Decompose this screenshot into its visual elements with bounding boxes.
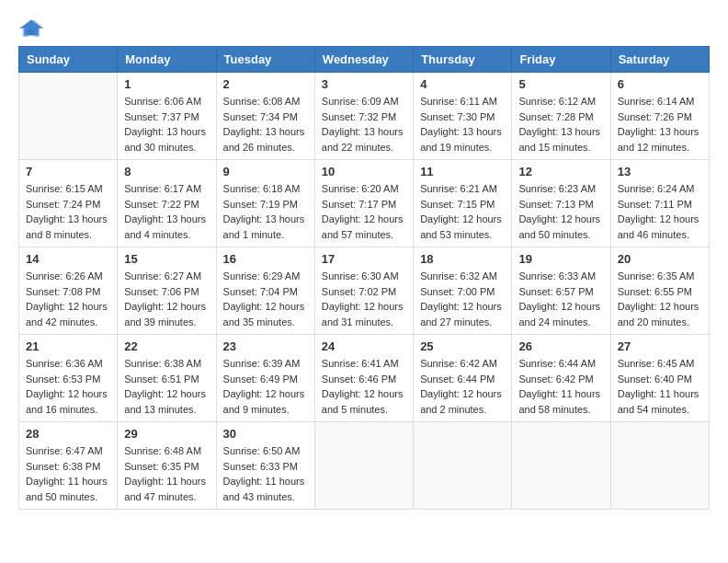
sunrise-time: Sunrise: 6:50 AM <box>223 443 308 459</box>
day-info: Sunrise: 6:29 AMSunset: 7:04 PMDaylight:… <box>223 269 308 329</box>
day-info: Sunrise: 6:48 AMSunset: 6:35 PMDaylight:… <box>124 443 209 504</box>
day-number: 5 <box>518 77 603 91</box>
day-info: Sunrise: 6:08 AMSunset: 7:34 PMDaylight:… <box>223 94 308 155</box>
calendar-cell: 6Sunrise: 6:14 AMSunset: 7:26 PMDaylight… <box>610 73 709 160</box>
sunrise-time: Sunrise: 6:38 AM <box>124 356 209 372</box>
day-number: 9 <box>223 165 308 178</box>
calendar-cell <box>414 422 512 510</box>
calendar-cell: 17Sunrise: 6:30 AMSunset: 7:02 PMDayligh… <box>314 247 413 335</box>
sunset-time: Sunset: 7:02 PM <box>322 284 406 300</box>
day-info: Sunrise: 6:41 AMSunset: 6:46 PMDaylight:… <box>322 356 406 417</box>
day-number: 26 <box>518 339 603 353</box>
sunset-time: Sunset: 6:55 PM <box>618 284 702 300</box>
day-number: 24 <box>322 339 406 353</box>
sunrise-time: Sunrise: 6:15 AM <box>26 181 110 197</box>
calendar-table: Sunday Monday Tuesday Wednesday Thursday… <box>18 46 710 510</box>
daylight-hours: Daylight: 11 hours <box>26 474 110 489</box>
calendar-cell: 5Sunrise: 6:12 AMSunset: 7:28 PMDaylight… <box>512 73 610 160</box>
sunset-time: Sunset: 7:04 PM <box>223 284 308 300</box>
daylight-minutes: and 35 minutes. <box>223 315 308 330</box>
calendar-cell: 4Sunrise: 6:11 AMSunset: 7:30 PMDaylight… <box>414 73 512 160</box>
sunset-time: Sunset: 6:44 PM <box>420 372 505 387</box>
calendar-cell: 2Sunrise: 6:08 AMSunset: 7:34 PMDaylight… <box>216 73 314 160</box>
sunrise-time: Sunrise: 6:09 AM <box>322 94 406 109</box>
logo-icon <box>18 18 44 37</box>
daylight-minutes: and 50 minutes. <box>26 489 110 505</box>
sunrise-time: Sunrise: 6:47 AM <box>26 443 110 459</box>
daylight-minutes: and 57 minutes. <box>322 227 406 243</box>
day-number: 20 <box>618 252 702 266</box>
daylight-minutes: and 2 minutes. <box>420 402 505 418</box>
daylight-minutes: and 19 minutes. <box>420 140 505 155</box>
daylight-hours: Daylight: 12 hours <box>322 386 406 402</box>
calendar-cell: 14Sunrise: 6:26 AMSunset: 7:08 PMDayligh… <box>19 247 118 335</box>
daylight-hours: Daylight: 12 hours <box>124 299 209 315</box>
daylight-minutes: and 15 minutes. <box>518 140 603 155</box>
day-info: Sunrise: 6:47 AMSunset: 6:38 PMDaylight:… <box>26 443 110 504</box>
day-number: 2 <box>223 77 308 91</box>
daylight-hours: Daylight: 13 hours <box>518 124 603 140</box>
daylight-hours: Daylight: 11 hours <box>618 386 702 402</box>
daylight-minutes: and 13 minutes. <box>124 402 209 418</box>
calendar-cell: 28Sunrise: 6:47 AMSunset: 6:38 PMDayligh… <box>19 422 118 510</box>
calendar-cell: 3Sunrise: 6:09 AMSunset: 7:32 PMDaylight… <box>314 73 413 160</box>
daylight-hours: Daylight: 11 hours <box>223 474 308 489</box>
sunrise-time: Sunrise: 6:17 AM <box>124 181 209 197</box>
calendar-cell: 19Sunrise: 6:33 AMSunset: 6:57 PMDayligh… <box>512 247 610 335</box>
sunrise-time: Sunrise: 6:27 AM <box>124 269 209 284</box>
day-number: 29 <box>124 427 209 441</box>
header-tuesday: Tuesday <box>216 47 314 73</box>
daylight-hours: Daylight: 13 hours <box>124 124 209 140</box>
calendar-cell: 11Sunrise: 6:21 AMSunset: 7:15 PMDayligh… <box>414 160 512 247</box>
sunset-time: Sunset: 6:33 PM <box>223 459 308 475</box>
day-info: Sunrise: 6:11 AMSunset: 7:30 PMDaylight:… <box>420 94 505 155</box>
daylight-hours: Daylight: 12 hours <box>618 212 702 227</box>
daylight-minutes: and 30 minutes. <box>124 140 209 155</box>
daylight-minutes: and 27 minutes. <box>420 315 505 330</box>
day-number: 8 <box>124 165 209 178</box>
sunrise-time: Sunrise: 6:26 AM <box>26 269 110 284</box>
header-saturday: Saturday <box>610 47 709 73</box>
daylight-hours: Daylight: 13 hours <box>223 124 308 140</box>
daylight-minutes: and 39 minutes. <box>124 315 209 330</box>
sunrise-time: Sunrise: 6:44 AM <box>518 356 603 372</box>
day-info: Sunrise: 6:17 AMSunset: 7:22 PMDaylight:… <box>124 181 209 242</box>
sunset-time: Sunset: 7:30 PM <box>420 109 505 125</box>
daylight-hours: Daylight: 12 hours <box>322 212 406 227</box>
daylight-minutes: and 1 minute. <box>223 227 308 243</box>
calendar-cell: 9Sunrise: 6:18 AMSunset: 7:19 PMDaylight… <box>216 160 314 247</box>
daylight-hours: Daylight: 13 hours <box>420 124 505 140</box>
header-friday: Friday <box>512 47 610 73</box>
day-info: Sunrise: 6:14 AMSunset: 7:26 PMDaylight:… <box>618 94 702 155</box>
calendar-cell: 26Sunrise: 6:44 AMSunset: 6:42 PMDayligh… <box>512 335 610 422</box>
day-info: Sunrise: 6:39 AMSunset: 6:49 PMDaylight:… <box>223 356 308 417</box>
day-info: Sunrise: 6:30 AMSunset: 7:02 PMDaylight:… <box>322 269 406 329</box>
calendar-cell: 18Sunrise: 6:32 AMSunset: 7:00 PMDayligh… <box>414 247 512 335</box>
daylight-minutes: and 47 minutes. <box>124 489 209 505</box>
day-info: Sunrise: 6:06 AMSunset: 7:37 PMDaylight:… <box>124 94 209 155</box>
day-number: 27 <box>618 339 702 353</box>
calendar-cell <box>512 422 610 510</box>
day-number: 1 <box>124 77 209 91</box>
day-info: Sunrise: 6:23 AMSunset: 7:13 PMDaylight:… <box>518 181 603 242</box>
calendar-cell: 20Sunrise: 6:35 AMSunset: 6:55 PMDayligh… <box>610 247 709 335</box>
sunrise-time: Sunrise: 6:11 AM <box>420 94 505 109</box>
daylight-hours: Daylight: 12 hours <box>26 386 110 402</box>
day-number: 21 <box>26 339 110 353</box>
day-info: Sunrise: 6:18 AMSunset: 7:19 PMDaylight:… <box>223 181 308 242</box>
daylight-minutes: and 16 minutes. <box>26 402 110 418</box>
day-number: 10 <box>322 165 406 178</box>
day-number: 3 <box>322 77 406 91</box>
sunrise-time: Sunrise: 6:06 AM <box>124 94 209 109</box>
sunset-time: Sunset: 7:34 PM <box>223 109 308 125</box>
calendar-cell: 15Sunrise: 6:27 AMSunset: 7:06 PMDayligh… <box>118 247 216 335</box>
sunset-time: Sunset: 7:11 PM <box>618 197 702 213</box>
daylight-minutes: and 9 minutes. <box>223 402 308 418</box>
sunset-time: Sunset: 7:17 PM <box>322 197 406 213</box>
calendar-header: Sunday Monday Tuesday Wednesday Thursday… <box>19 47 710 73</box>
daylight-hours: Daylight: 12 hours <box>518 212 603 227</box>
daylight-hours: Daylight: 12 hours <box>518 299 603 315</box>
sunrise-time: Sunrise: 6:30 AM <box>322 269 406 284</box>
calendar-week-row: 28Sunrise: 6:47 AMSunset: 6:38 PMDayligh… <box>19 422 710 510</box>
calendar-cell <box>610 422 709 510</box>
